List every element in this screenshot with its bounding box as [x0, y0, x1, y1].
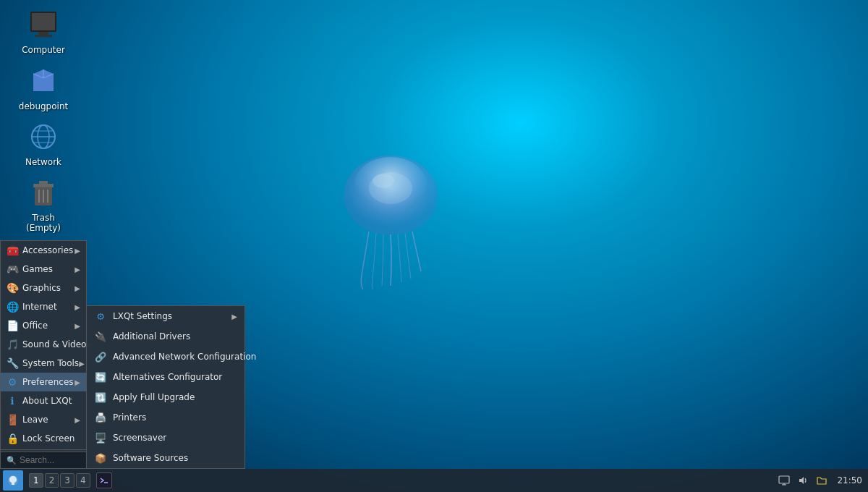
- start-icon: [7, 475, 19, 486]
- monitor-icon: [778, 475, 790, 486]
- full_upgrade-pref-icon: 🔃: [94, 391, 107, 404]
- lock_screen-menu-label: Lock Screen: [22, 433, 75, 444]
- desktop-icon-trash[interactable]: Trash (Empty): [14, 175, 72, 233]
- pref-item-printers[interactable]: 🖨️Printers: [87, 407, 244, 428]
- pref-submenu-arrow: ▶: [231, 313, 237, 321]
- workspace-1[interactable]: 1: [29, 473, 43, 488]
- clock: 21:50: [834, 475, 865, 485]
- menu-item-office[interactable]: 📄Office▶: [1, 316, 86, 335]
- submenu-arrow: ▶: [75, 416, 80, 424]
- workspace-4[interactable]: 4: [76, 473, 90, 488]
- adv_network-pref-label: Advanced Network Configuration: [113, 352, 256, 362]
- files-icon: [816, 475, 827, 486]
- taskbar: 1 2 3 4: [0, 469, 868, 492]
- menu-item-lock_screen[interactable]: 🔒Lock Screen: [1, 429, 86, 448]
- accessories-menu-label: Accessories: [22, 245, 73, 255]
- tray-files-icon[interactable]: [815, 474, 828, 487]
- workspace-2[interactable]: 2: [45, 473, 59, 488]
- pref-item-lxqt_settings[interactable]: ⚙️LXQt Settings▶: [87, 306, 244, 326]
- pref-item-full_upgrade[interactable]: 🔃Apply Full Upgrade: [87, 387, 244, 407]
- submenu-arrow: ▶: [75, 322, 80, 330]
- taskbar-tray: 21:50: [778, 474, 865, 487]
- desktop-icon-debugpoint[interactable]: debugpoint: [14, 64, 72, 111]
- terminal-button[interactable]: [96, 472, 112, 488]
- menu-divider: [1, 449, 86, 450]
- additional_drivers-pref-label: Additional Drivers: [113, 331, 190, 342]
- menu-item-accessories[interactable]: 🧰Accessories▶: [1, 241, 86, 260]
- graphics-menu-icon: 🎨: [7, 282, 18, 294]
- svg-point-3: [373, 174, 394, 188]
- internet-menu-label: Internet: [22, 302, 57, 312]
- leave-menu-icon: 🚪: [7, 414, 18, 425]
- jellyfish-decoration: [326, 145, 456, 289]
- workspace-3[interactable]: 3: [60, 473, 75, 488]
- menu-item-sound_video[interactable]: 🎵Sound & Video▶: [1, 335, 86, 354]
- svg-rect-16: [39, 181, 48, 184]
- debugpoint-label: debugpoint: [14, 101, 72, 111]
- office-menu-icon: 📄: [7, 320, 18, 331]
- system_tools-menu-icon: 🔧: [7, 357, 18, 369]
- leave-menu-label: Leave: [22, 415, 48, 425]
- printers-pref-label: Printers: [113, 412, 146, 423]
- svg-rect-5: [32, 13, 55, 30]
- workspace-pager: 1 2 3 4: [29, 473, 90, 488]
- about_lxqt-menu-label: About LXQt: [22, 396, 72, 406]
- menu-item-internet[interactable]: 🌐Internet▶: [1, 297, 86, 316]
- system_tools-menu-label: System Tools: [22, 358, 79, 368]
- sound_video-menu-icon: 🎵: [7, 339, 18, 350]
- svg-rect-7: [35, 35, 52, 37]
- volume-icon: [797, 475, 809, 486]
- debugpoint-icon: [26, 64, 61, 98]
- menu-item-about_lxqt[interactable]: ℹ️About LXQt: [1, 391, 86, 410]
- printers-pref-icon: 🖨️: [94, 411, 107, 424]
- trash-icon: [26, 175, 61, 210]
- screensaver-pref-label: Screensaver: [113, 433, 166, 443]
- sound_video-menu-label: Sound & Video: [22, 339, 86, 349]
- terminal-icon: [99, 475, 109, 485]
- desktop-icon-computer[interactable]: Computer: [14, 7, 72, 55]
- menu-item-preferences[interactable]: ⚙️Preferences▶: [1, 373, 86, 391]
- preferences-submenu: ⚙️LXQt Settings▶🔌Additional Drivers🔗Adva…: [86, 305, 245, 469]
- tray-volume-icon[interactable]: [796, 474, 809, 487]
- network-icon: [26, 119, 61, 154]
- menu-item-graphics[interactable]: 🎨Graphics▶: [1, 279, 86, 297]
- trash-label: Trash (Empty): [14, 213, 72, 233]
- submenu-arrow: ▶: [75, 266, 80, 273]
- accessories-menu-icon: 🧰: [7, 245, 18, 256]
- software_sources-pref-label: Software Sources: [113, 453, 188, 463]
- start-menu: 🧰Accessories▶🎮Games▶🎨Graphics▶🌐Internet▶…: [0, 240, 87, 469]
- start-button[interactable]: [3, 470, 23, 491]
- menu-item-games[interactable]: 🎮Games▶: [1, 260, 86, 279]
- games-menu-label: Games: [22, 264, 53, 274]
- search-input[interactable]: [20, 455, 77, 465]
- search-icon: 🔍: [7, 456, 17, 465]
- lxqt_settings-pref-label: LXQt Settings: [113, 311, 172, 321]
- submenu-arrow: ▶: [79, 360, 85, 368]
- submenu-arrow: ▶: [75, 247, 80, 255]
- pref-item-software_sources[interactable]: 📦Software Sources: [87, 448, 244, 468]
- alternatives-pref-icon: 🔄: [94, 370, 107, 383]
- pref-item-adv_network[interactable]: 🔗Advanced Network Configuration: [87, 347, 244, 367]
- submenu-arrow: ▶: [75, 378, 80, 386]
- full_upgrade-pref-label: Apply Full Upgrade: [113, 392, 195, 402]
- svg-rect-6: [38, 32, 48, 35]
- games-menu-icon: 🎮: [7, 263, 18, 275]
- tray-monitor-icon[interactable]: [778, 474, 791, 487]
- pref-item-screensaver[interactable]: 🖥️Screensaver: [87, 428, 244, 448]
- about_lxqt-menu-icon: ℹ️: [7, 395, 18, 407]
- pref-item-additional_drivers[interactable]: 🔌Additional Drivers: [87, 326, 244, 347]
- pref-item-alternatives[interactable]: 🔄Alternatives Configurator: [87, 367, 244, 387]
- desktop-icon-network[interactable]: Network: [14, 119, 72, 167]
- submenu-arrow: ▶: [75, 284, 80, 292]
- preferences-menu-label: Preferences: [22, 377, 74, 387]
- preferences-menu-icon: ⚙️: [7, 376, 18, 388]
- alternatives-pref-label: Alternatives Configurator: [113, 372, 222, 382]
- graphics-menu-label: Graphics: [22, 283, 61, 293]
- menu-item-system_tools[interactable]: 🔧System Tools▶: [1, 354, 86, 373]
- desktop: Computer debugpoint Network Trash (Empty…: [0, 0, 868, 492]
- submenu-arrow: ▶: [75, 303, 80, 311]
- adv_network-pref-icon: 🔗: [94, 350, 107, 363]
- office-menu-label: Office: [22, 321, 48, 331]
- menu-item-leave[interactable]: 🚪Leave▶: [1, 410, 86, 429]
- lxqt_settings-pref-icon: ⚙️: [94, 310, 107, 323]
